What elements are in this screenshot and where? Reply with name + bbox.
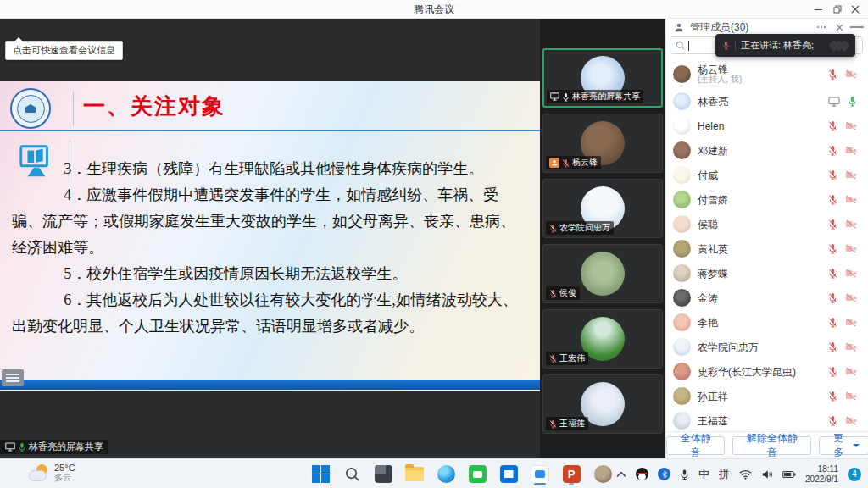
tencent-meeting-button[interactable]	[530, 463, 550, 485]
member-row[interactable]: 付威	[666, 163, 868, 187]
member-name: 蒋梦蝶	[698, 269, 728, 279]
powerpoint-button[interactable]: P	[561, 463, 581, 485]
camera-off-icon[interactable]	[845, 342, 857, 352]
system-tray: 中 拼 18:11 2022/9/1 4	[616, 459, 861, 488]
member-avatar	[673, 338, 691, 356]
edge-browser-button[interactable]	[436, 463, 456, 485]
video-thumbnail[interactable]: 农学院问忠万	[542, 179, 663, 238]
chevron-down-icon	[853, 444, 860, 451]
participant-avatar	[581, 252, 625, 296]
file-explorer-button[interactable]	[404, 463, 425, 485]
app-icon-dark-window[interactable]	[373, 463, 393, 485]
slide-footer-bar	[0, 380, 540, 390]
mic-muted-icon[interactable]	[828, 169, 837, 180]
member-row[interactable]: 李艳	[666, 310, 868, 335]
camera-off-icon[interactable]	[845, 121, 857, 130]
member-row[interactable]: 侯聪	[666, 212, 868, 236]
more-options-icon[interactable]	[815, 20, 828, 34]
more-button[interactable]: 更多	[819, 436, 868, 455]
camera-off-icon[interactable]	[845, 170, 857, 180]
camera-off-icon[interactable]	[845, 367, 857, 376]
restore-button[interactable]	[832, 3, 843, 15]
video-thumbnail[interactable]: 王福莲	[542, 374, 663, 434]
mic-muted-icon[interactable]	[828, 366, 837, 377]
member-row[interactable]: 史彩华(长江大学昆虫)	[666, 359, 868, 384]
member-row[interactable]: Helen	[666, 114, 868, 138]
camera-off-icon[interactable]	[845, 219, 857, 229]
panel-menu-icon[interactable]	[850, 20, 864, 34]
battery-icon[interactable]	[782, 470, 796, 479]
mic-muted-icon[interactable]	[828, 341, 837, 352]
screen-share-stage[interactable]: 点击可快速查看会议信息 一、关注对象 3．生理疾病（残障）有生理缺陷或其他慢性身…	[0, 19, 540, 458]
camera-off-icon[interactable]	[845, 318, 857, 327]
windows-icon	[312, 465, 330, 483]
microsoft-store-button[interactable]	[498, 463, 519, 485]
camera-off-icon[interactable]	[845, 293, 857, 302]
notes-icon[interactable]	[2, 369, 24, 386]
video-thumbnail[interactable]: 杨云锋	[542, 114, 663, 173]
microphone-tray-icon[interactable]	[680, 469, 689, 480]
ime-pinyin-indicator[interactable]: 拼	[719, 467, 730, 482]
video-thumbnail[interactable]: 林香亮的屏幕共享	[542, 48, 663, 108]
taskbar-profile-button[interactable]	[593, 463, 613, 485]
mic-muted-icon[interactable]	[828, 292, 837, 303]
mic-muted-icon[interactable]	[828, 219, 837, 230]
mic-muted-icon[interactable]	[828, 391, 837, 402]
meeting-info-tooltip[interactable]: 点击可快速查看会议信息	[5, 41, 123, 60]
mic-muted-icon[interactable]	[828, 243, 837, 254]
taskbar-search-button[interactable]	[342, 463, 362, 485]
wifi-icon[interactable]	[739, 469, 752, 480]
member-row[interactable]: 金涛	[666, 286, 868, 310]
member-row[interactable]: 王福莲	[666, 408, 868, 431]
member-row[interactable]: 林香亮	[666, 89, 868, 114]
camera-off-icon[interactable]	[845, 269, 857, 278]
mic-muted-icon[interactable]	[828, 415, 837, 426]
tray-chevron-up-icon[interactable]	[616, 471, 626, 478]
member-avatar	[673, 92, 691, 110]
tray-clock[interactable]: 18:11 2022/9/1	[805, 464, 838, 485]
camera-off-icon[interactable]	[845, 416, 857, 425]
mic-muted-icon[interactable]	[828, 268, 837, 279]
bluetooth-icon[interactable]	[658, 468, 670, 480]
camera-off-icon[interactable]	[845, 391, 857, 401]
taskbar-weather-widget[interactable]: 25°C 多云	[29, 463, 75, 483]
member-row[interactable]: 孙正祥	[666, 384, 868, 408]
camera-off-icon[interactable]	[845, 195, 857, 204]
thumbnail-label: 农学院问忠万	[546, 221, 614, 235]
video-thumbnail[interactable]: 侯俊	[542, 244, 663, 303]
speaker-icon[interactable]	[761, 469, 773, 480]
unmute-all-button[interactable]: 解除全体静音	[732, 436, 811, 455]
ime-language-indicator[interactable]: 中	[698, 467, 709, 482]
member-row[interactable]: 邓建新	[666, 138, 868, 163]
slide-paragraph: 6．其他返校后为人处世较以往有较大变化的学生,如情绪波动较大、出勤变化明显、个人…	[12, 287, 528, 340]
mic-muted-icon[interactable]	[828, 145, 837, 156]
video-thumbnail[interactable]: 王宏伟	[542, 309, 663, 369]
camera-off-icon[interactable]	[845, 244, 857, 253]
start-button[interactable]	[310, 463, 331, 485]
thumbnail-label: 王福莲	[546, 417, 588, 430]
close-window-button[interactable]	[849, 3, 861, 15]
mic-muted-icon[interactable]	[828, 120, 837, 131]
mic-muted-icon[interactable]	[828, 317, 837, 328]
qq-tray-icon[interactable]	[636, 468, 648, 480]
member-row[interactable]: 杨云锋 (主持人, 我)	[666, 59, 868, 89]
member-row[interactable]: 付雪娇	[666, 187, 868, 212]
weather-temperature: 25°C	[54, 463, 75, 473]
close-panel-icon[interactable]	[832, 20, 846, 34]
member-name: 付威	[698, 170, 718, 180]
mic-muted-icon[interactable]	[828, 194, 837, 205]
notification-count-badge[interactable]: 4	[848, 468, 861, 481]
screen-share-icon	[5, 442, 15, 452]
camera-off-icon[interactable]	[845, 69, 857, 79]
member-row[interactable]: 农学院问忠万	[666, 335, 868, 359]
close-icon	[851, 5, 860, 14]
mute-all-button[interactable]: 全体静音	[666, 436, 725, 455]
camera-off-icon[interactable]	[845, 146, 857, 155]
member-row[interactable]: 黄礼英	[666, 236, 868, 261]
app-icon-green-chat[interactable]	[467, 463, 487, 485]
mic-muted-icon[interactable]	[828, 69, 837, 80]
member-row[interactable]: 蒋梦蝶	[666, 261, 868, 286]
member-name: 李艳	[698, 318, 718, 328]
minimize-button[interactable]	[812, 3, 824, 15]
mic-on-icon[interactable]	[848, 96, 857, 107]
